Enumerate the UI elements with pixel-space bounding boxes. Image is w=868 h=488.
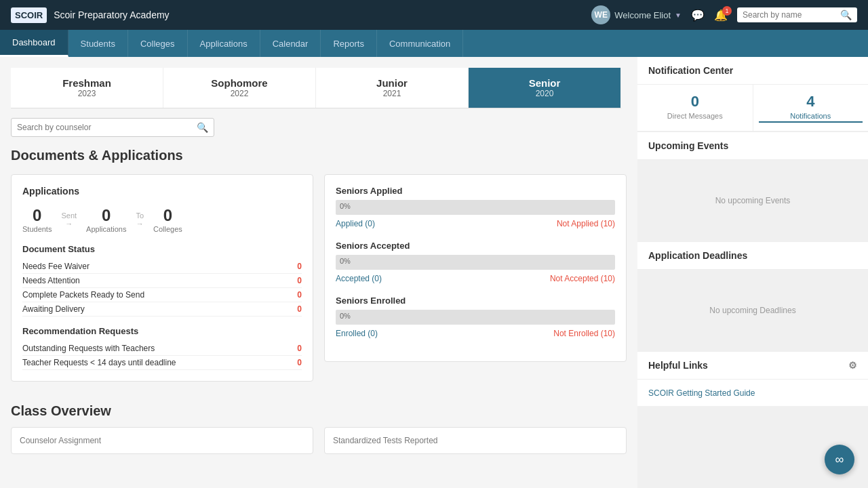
rec-row-outstanding: Outstanding Requests with Teachers 0 [22,342,302,356]
doc-count: 0 [297,304,302,314]
seniors-enrolled-block: Seniors Enrolled 0% Enrolled (0) Not Enr… [336,296,615,338]
accepted-link[interactable]: Accepted (0) [336,274,382,283]
seniors-enrolled-title: Seniors Enrolled [336,296,615,306]
sent-arrow: Sent → [57,211,81,228]
standardized-tests: Standardized Tests Reported [324,427,627,454]
application-deadlines-header: Application Deadlines [637,242,868,270]
enrolled-link[interactable]: Enrolled (0) [336,329,378,338]
tab-freshman[interactable]: Freshman 2023 [11,68,163,108]
helpful-links-body: SCOIR Getting Started Guide [637,380,868,406]
tab-freshman-year: 2023 [78,89,96,98]
rec-label: Teacher Requests < 14 days until deadlin… [22,358,176,367]
left-column: Applications 0 Students Sent → 0 [11,174,313,392]
nav-item-students[interactable]: Students [68,30,128,57]
grade-tabs: Freshman 2023 Sophomore 2022 Junior 2021… [11,68,621,108]
notification-bell[interactable]: 🔔 1 [714,9,728,22]
chat-icon[interactable]: 💬 [691,9,705,22]
right-column: Seniors Applied 0% Applied (0) Not Appli… [324,174,627,392]
search-input[interactable] [743,10,837,20]
left-panel: Freshman 2023 Sophomore 2022 Junior 2021… [0,57,637,488]
helpful-links-title: Helpful Links [648,360,708,371]
notifications-stat[interactable]: 4 Notifications [753,85,869,131]
main-layout: Freshman 2023 Sophomore 2022 Junior 2021… [0,57,868,488]
upcoming-events-header: Upcoming Events [637,132,868,160]
nav-item-colleges[interactable]: Colleges [128,30,188,57]
helpful-links-header: Helpful Links ⚙ [637,352,868,380]
application-deadlines-body: No upcoming Deadlines [637,270,868,351]
seniors-applied-title: Seniors Applied [336,186,615,196]
logo: SCOIR [11,7,47,23]
students-label: Students [22,225,52,233]
doc-label: Complete Packets Ready to Send [22,290,144,300]
global-search[interactable]: 🔍 [737,7,857,22]
nav-item-reports[interactable]: Reports [321,30,377,57]
doc-status-title: Document Status [22,244,302,254]
search-icon: 🔍 [197,122,208,133]
fab-button[interactable]: ∞ [825,445,854,474]
notification-center-header: Notification Center [637,57,868,85]
counselor-assignment: Counselor Assignment [11,427,313,454]
tab-sophomore-name: Sophomore [211,77,267,89]
direct-messages-count: 0 [643,93,747,110]
applications-label: Applications [86,225,126,233]
progress-section: Seniors Applied 0% Applied (0) Not Appli… [324,174,627,362]
doc-count: 0 [297,290,302,300]
tab-senior[interactable]: Senior 2020 [469,68,621,108]
seniors-applied-links: Applied (0) Not Applied (10) [336,219,615,228]
helpful-links-section: Helpful Links ⚙ SCOIR Getting Started Gu… [637,352,868,406]
colleges-label: Colleges [153,225,182,233]
seniors-accepted-bar: 0% [336,255,615,270]
nav-item-dashboard[interactable]: Dashboard [0,30,68,57]
tab-junior-year: 2021 [383,89,401,98]
counselor-search-input[interactable] [17,123,197,132]
notification-count: 1 [722,6,732,16]
notifications-label: Notifications [759,112,863,123]
welcome-label: Welcome Eliot [614,10,671,20]
doc-row-fee-waiver: Needs Fee Waiver 0 [22,260,302,274]
class-overview-heading: Class Overview [11,403,627,419]
applications-section: Applications 0 Students Sent → 0 [11,174,313,382]
tab-senior-name: Senior [529,77,561,89]
counselor-search-box[interactable]: 🔍 [11,118,214,137]
avatar: WE [591,5,610,24]
tab-junior[interactable]: Junior 2021 [316,68,469,108]
doc-label: Needs Fee Waiver [22,262,90,271]
doc-row-complete-packets: Complete Packets Ready to Send 0 [22,288,302,302]
seniors-accepted-links: Accepted (0) Not Accepted (10) [336,274,615,283]
seniors-accepted-block: Seniors Accepted 0% Accepted (0) Not Acc… [336,241,615,283]
content-columns: Applications 0 Students Sent → 0 [11,174,627,392]
not-enrolled-link[interactable]: Not Enrolled (10) [553,329,615,338]
tab-sophomore-year: 2022 [231,89,249,98]
applications-count: 0 [86,206,126,225]
to-arrow: To → [132,211,148,228]
user-menu[interactable]: WE Welcome Eliot ▼ [591,5,682,24]
doc-count: 0 [297,276,302,285]
direct-messages-stat[interactable]: 0 Direct Messages [637,85,753,131]
colleges-count: 0 [153,206,182,225]
seniors-enrolled-links: Enrolled (0) Not Enrolled (10) [336,329,615,338]
not-applied-link[interactable]: Not Applied (10) [557,219,615,228]
tab-sophomore[interactable]: Sophomore 2022 [163,68,316,108]
nav-item-communication[interactable]: Communication [377,30,463,57]
application-deadlines-title: Application Deadlines [648,250,747,261]
nav-item-calendar[interactable]: Calendar [260,30,321,57]
applied-link[interactable]: Applied (0) [336,219,375,228]
topbar: SCOIR Scoir Preparatory Academy WE Welco… [0,0,868,30]
not-accepted-link[interactable]: Not Accepted (10) [550,274,615,283]
search-icon: 🔍 [840,9,852,20]
gear-icon[interactable]: ⚙ [848,360,857,371]
seniors-applied-block: Seniors Applied 0% Applied (0) Not Appli… [336,186,615,228]
students-count: 0 [22,206,52,225]
rec-count: 0 [297,358,302,367]
rec-count: 0 [297,344,302,353]
seniors-accepted-title: Seniors Accepted [336,241,615,251]
main-nav: Dashboard Students Colleges Applications… [0,30,868,57]
upcoming-events-empty: No upcoming Events [715,196,791,205]
documents-applications-heading: Documents & Applications [11,148,627,163]
rec-requests-title: Recommendation Requests [22,326,302,336]
seniors-enrolled-bar: 0% [336,310,615,325]
seniors-enrolled-percent: 0% [340,312,351,320]
getting-started-link[interactable]: SCOIR Getting Started Guide [648,388,755,398]
nav-item-applications[interactable]: Applications [188,30,260,57]
applications-stat: 0 Applications [86,206,126,233]
